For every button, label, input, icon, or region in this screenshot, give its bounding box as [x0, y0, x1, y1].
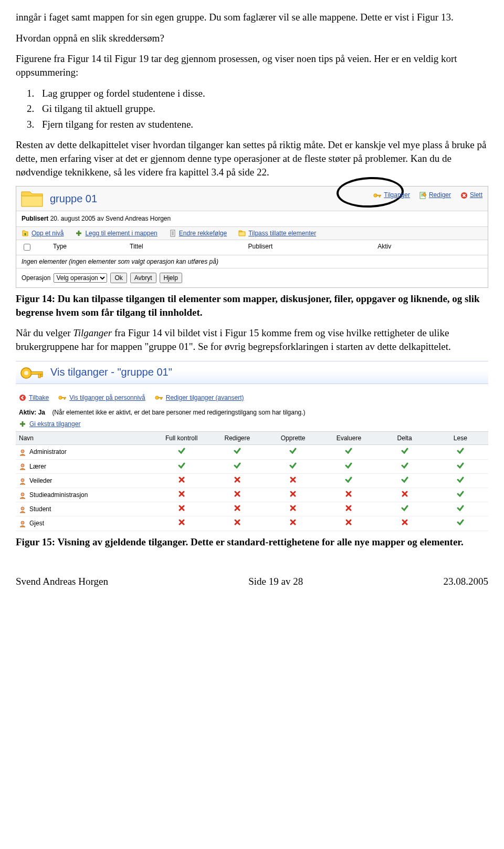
- screenshot-permissions-view: Vis tilganger - "gruppe 01" Tilbake Vis …: [16, 361, 488, 531]
- role-name-cell: Veileder: [16, 473, 154, 488]
- footer-author: Svend Andreas Horgen: [16, 575, 108, 588]
- legg-til-element-link[interactable]: Legg til element i mappen: [75, 229, 157, 237]
- perm-yes: [377, 459, 433, 473]
- step-3: Fjern tilgang for resten av studentene.: [37, 118, 488, 131]
- gi-ekstra-link[interactable]: Gi ekstra tilganger: [16, 419, 488, 429]
- published-line: Publisert 20. august 2005 av Svend Andre…: [16, 211, 488, 226]
- published-value: 20. august 2005 av Svend Andreas Horgen: [48, 215, 171, 222]
- perm-no: [265, 502, 321, 516]
- personniva-link[interactable]: Vis tilganger på personnivå: [58, 394, 145, 402]
- perm-no: [377, 516, 433, 531]
- step-2: Gi tilgang til aktuell gruppe.: [37, 102, 488, 116]
- aktiv-label: Aktiv: Ja: [19, 409, 45, 416]
- perm-yes: [433, 473, 488, 488]
- aktiv-line: Aktiv: Ja (Når elementet ikke er aktivt,…: [16, 406, 488, 419]
- permissions-table: Navn Full kontroll Redigere Opprette Eva…: [16, 431, 488, 531]
- operation-label: Operasjon: [22, 274, 50, 282]
- permissions-header-row: Navn Full kontroll Redigere Opprette Eva…: [16, 432, 488, 445]
- perm-no: [321, 502, 376, 516]
- role-name-cell: Student: [16, 502, 154, 516]
- select-all-checkbox[interactable]: [22, 242, 32, 253]
- col-full-kontroll: Full kontroll: [154, 432, 209, 445]
- col-opprette: Opprette: [265, 432, 321, 445]
- paragraph-question: Hvordan oppnå en slik skreddersøm?: [16, 32, 488, 45]
- perm-no: [377, 488, 433, 502]
- figure-14-caption: Figur 14: Du kan tilpasse tilgangen til …: [16, 292, 488, 319]
- slett-link[interactable]: Slett: [460, 191, 482, 199]
- avansert-link[interactable]: Rediger tilganger (avansert): [155, 394, 244, 402]
- perm-no: [321, 516, 376, 531]
- perm-yes: [321, 445, 376, 459]
- column-headers: Type Tittel Publisert Aktiv: [16, 240, 488, 255]
- perm-no: [265, 488, 321, 502]
- folder-header: gruppe 01 Tilganger Rediger Slett: [16, 187, 488, 211]
- aktiv-note: (Når elementet ikke er aktivt, er det ba…: [52, 409, 305, 416]
- perm-yes: [154, 445, 209, 459]
- col-lese: Lese: [433, 432, 488, 445]
- permissions-links: Tilbake Vis tilganger på personnivå Redi…: [16, 389, 488, 406]
- paragraph-intro: inngår i faget samt mappen for sin egen …: [16, 11, 488, 24]
- perm-yes: [433, 502, 488, 516]
- gi-ekstra-label: Gi ekstra tilganger: [29, 420, 80, 428]
- perm-yes: [377, 473, 433, 488]
- perm-yes: [433, 516, 488, 531]
- col-navn: Navn: [16, 432, 154, 445]
- endre-rekkefolge-link[interactable]: Endre rekkefølge: [169, 229, 227, 237]
- perm-no: [154, 502, 209, 516]
- perm-yes: [154, 459, 209, 473]
- opp-et-niva-link[interactable]: Opp et nivå: [22, 229, 64, 237]
- footer-date: 23.08.2005: [444, 575, 489, 588]
- perm-no: [321, 488, 376, 502]
- perm-yes: [265, 445, 321, 459]
- legg-label: Legg til element i mappen: [85, 229, 157, 237]
- figure-15-caption: Figur 15: Visning av gjeldende tilganger…: [16, 535, 488, 549]
- paragraph-rest: Resten av dette delkapittelet viser hvor…: [16, 138, 488, 179]
- folder-icon: [20, 190, 44, 208]
- col-delta: Delta: [377, 432, 433, 445]
- perm-yes: [433, 488, 488, 502]
- tilbake-link[interactable]: Tilbake: [19, 394, 49, 402]
- tilganger-label: Tilganger: [384, 191, 410, 199]
- perm-yes: [433, 445, 488, 459]
- no-elements-message: Ingen elementer (ingen elementer som val…: [16, 255, 488, 268]
- col-redigere: Redigere: [209, 432, 265, 445]
- table-row: Lærer: [16, 459, 488, 473]
- permissions-title: Vis tilganger - "gruppe 01": [50, 365, 172, 379]
- avansert-label: Rediger tilganger (avansert): [166, 394, 244, 402]
- opp-label: Opp et nivå: [32, 229, 64, 237]
- table-row: Student: [16, 502, 488, 516]
- perm-no: [265, 473, 321, 488]
- key-icon: [19, 363, 44, 382]
- perm-yes: [209, 445, 265, 459]
- tilpass-elementer-link[interactable]: Tilpass tillatte elementer: [238, 229, 316, 237]
- table-row: Administrator: [16, 445, 488, 459]
- rediger-link[interactable]: Rediger: [419, 191, 451, 199]
- perm-no: [209, 473, 265, 488]
- hjelp-button[interactable]: Hjelp: [160, 273, 182, 283]
- perm-no: [209, 488, 265, 502]
- perm-no: [154, 516, 209, 531]
- col-tittel: Tittel: [130, 242, 143, 253]
- perm-no: [265, 516, 321, 531]
- footer-page: Side 19 av 28: [248, 575, 303, 588]
- folder-title: gruppe 01: [50, 192, 97, 206]
- ok-button[interactable]: Ok: [110, 273, 127, 283]
- screenshot-folder-view: gruppe 01 Tilganger Rediger Slett Publis…: [16, 186, 488, 288]
- tilganger-link[interactable]: Tilganger: [373, 191, 410, 199]
- perm-no: [154, 488, 209, 502]
- paragraph-overview: Figurene fra Figur 14 til Figur 19 tar d…: [16, 52, 488, 79]
- folder-action-links: Tilganger Rediger Slett: [373, 191, 482, 199]
- perm-yes: [265, 459, 321, 473]
- avbryt-button[interactable]: Avbryt: [130, 273, 156, 283]
- published-label: Publisert: [22, 215, 48, 222]
- slett-label: Slett: [470, 191, 482, 199]
- steps-list: Lag grupper og fordel studentene i disse…: [37, 87, 488, 131]
- page-footer: Svend Andreas Horgen Side 19 av 28 23.08…: [16, 575, 488, 588]
- operation-select[interactable]: Velg operasjon: [54, 273, 107, 283]
- perm-yes: [321, 459, 376, 473]
- perm-yes: [377, 445, 433, 459]
- paragraph-after-fig14: Når du velger Tilganger fra Figur 14 vil…: [16, 326, 488, 353]
- tilbake-label: Tilbake: [29, 394, 49, 402]
- rediger-label: Rediger: [429, 191, 451, 199]
- operation-row: Operasjon Velg operasjon Ok Avbryt Hjelp: [16, 268, 488, 287]
